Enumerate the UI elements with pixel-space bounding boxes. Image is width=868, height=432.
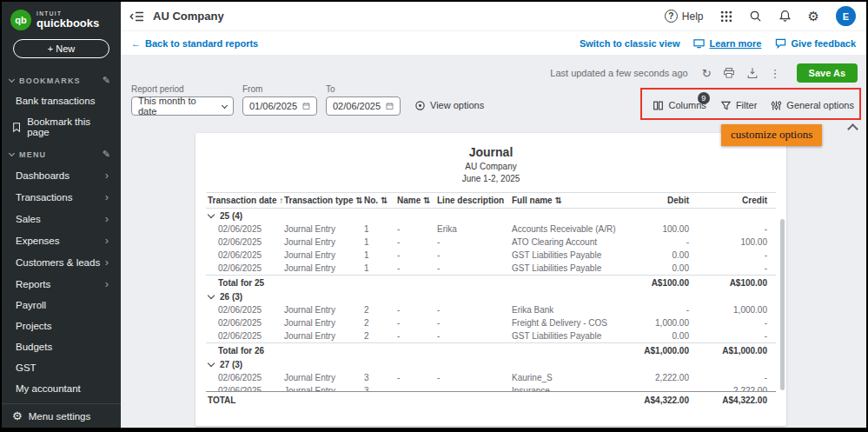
edit-menu-icon[interactable]: ✎ <box>103 149 110 160</box>
give-feedback-link[interactable]: Give feedback <box>775 38 856 49</box>
sidebar-item-my-accountant[interactable]: My accountant <box>2 378 121 399</box>
column-header-name[interactable]: Name ⇅ <box>395 196 435 205</box>
print-icon[interactable] <box>723 67 735 79</box>
columns-button[interactable]: Columns 9 <box>653 100 706 111</box>
cell-desc: - <box>435 250 510 260</box>
cell-type: Journal Entry <box>282 318 362 328</box>
refresh-icon[interactable]: ↻ <box>702 68 712 79</box>
column-header-transaction-type[interactable]: Transaction type ⇅ <box>282 196 362 205</box>
table-row[interactable]: 02/06/2025Journal Entry1-ErikaAccounts R… <box>206 223 776 236</box>
cell-no: 3 <box>362 386 395 391</box>
column-header-line-description[interactable]: Line description <box>435 196 510 205</box>
cell-full: GST Liabilities Payable <box>510 250 623 260</box>
subtotal-debit: A$1,000.00 <box>623 346 691 356</box>
table-row[interactable]: 02/06/2025Journal Entry3--Insurance-2,22… <box>206 384 776 391</box>
sidebar-item-expenses[interactable]: Expenses› <box>2 229 121 251</box>
collapse-report-chevron-icon[interactable] <box>847 123 858 135</box>
sidebar-item-sales[interactable]: Sales› <box>2 208 121 229</box>
sidebar-item-customers-leads[interactable]: Customers & leads› <box>2 251 121 273</box>
cell-no: 2 <box>362 318 395 328</box>
cell-name: - <box>395 318 435 328</box>
help-button[interactable]: ? Help <box>665 10 704 23</box>
switch-to-classic-view-link[interactable]: Switch to classic view <box>580 38 680 49</box>
sidebar-item-gst[interactable]: GST <box>2 357 121 378</box>
journal-table-body: 25 (4)02/06/2025Journal Entry1-ErikaAcco… <box>206 209 776 391</box>
subtotal-label: Total for 25 <box>206 278 623 288</box>
column-header-credit[interactable]: Credit <box>691 196 776 205</box>
bookmarks-section-header[interactable]: BOOKMARKS ✎ <box>2 69 121 90</box>
sidebar-item-transactions[interactable]: Transactions› <box>2 186 121 208</box>
menu-settings-button[interactable]: ⚙ Menu settings <box>2 403 121 428</box>
table-row[interactable]: 02/06/2025Journal Entry2--GST Liabilitie… <box>206 329 776 342</box>
column-header-full-name[interactable]: Full name ⇅ <box>510 196 623 205</box>
cell-desc: - <box>435 318 510 328</box>
cell-desc: - <box>435 373 510 382</box>
subtotal-debit: A$100.00 <box>623 278 691 288</box>
column-header-transaction-date[interactable]: Transaction date ↑ <box>206 196 282 205</box>
user-avatar[interactable]: E <box>836 6 856 26</box>
table-row[interactable]: 02/06/2025Journal Entry2--Erika Bank-1,0… <box>206 303 776 316</box>
cell-date: 02/06/2025 <box>206 250 282 260</box>
view-options-button[interactable]: View options <box>414 96 484 115</box>
cell-no: 1 <box>362 237 395 247</box>
cell-name: - <box>395 237 435 247</box>
to-date-input[interactable]: 02/06/2025 <box>326 96 401 116</box>
settings-gear-icon[interactable]: ⚙ <box>808 10 819 23</box>
more-options-icon[interactable]: ⋮ <box>770 68 781 79</box>
chevron-right-icon: › <box>105 235 109 246</box>
cell-date: 02/06/2025 <box>206 263 282 273</box>
chevron-down-icon <box>9 150 15 156</box>
table-row[interactable]: 02/06/2025Journal Entry1--ATO Clearing A… <box>206 236 776 249</box>
export-icon[interactable] <box>746 67 759 79</box>
group-row[interactable]: 27 (3) <box>206 357 776 371</box>
from-date-input[interactable]: 01/06/2025 <box>242 96 317 116</box>
report-scrollbar[interactable] <box>780 219 785 390</box>
table-row[interactable]: 02/06/2025Journal Entry2--Freight & Deli… <box>206 316 776 329</box>
notifications-bell-icon[interactable] <box>779 10 792 23</box>
bookmarks-header-label: BOOKMARKS <box>19 76 81 85</box>
save-as-button[interactable]: Save As <box>797 63 858 83</box>
back-arrow-icon: ← <box>131 38 141 49</box>
menu-section-header[interactable]: MENU ✎ <box>2 143 121 164</box>
new-button[interactable]: + New <box>13 39 109 58</box>
subtotal-credit: A$100.00 <box>691 278 776 288</box>
general-options-button[interactable]: General options <box>771 100 854 111</box>
filter-button[interactable]: Filter <box>720 100 757 111</box>
table-row[interactable]: 02/06/2025Journal Entry1--GST Liabilitie… <box>206 262 776 275</box>
sidebar-item-bookmark-this-page[interactable]: Bookmark this page <box>2 111 121 143</box>
cell-no: 2 <box>362 305 395 315</box>
group-row[interactable]: 26 (3) <box>206 289 776 303</box>
sidebar-item-budgets[interactable]: Budgets <box>2 336 121 357</box>
sidebar-item-label: Bank transactions <box>16 96 95 106</box>
screen-icon <box>693 38 705 49</box>
cell-name: - <box>395 373 435 382</box>
collapse-sidebar-icon[interactable] <box>129 10 144 23</box>
cell-full: ATO Clearing Account <box>510 237 623 247</box>
back-to-standard-reports-link[interactable]: ← Back to standard reports <box>131 38 258 49</box>
table-row[interactable]: 02/06/2025Journal Entry1--GST Liabilitie… <box>206 249 776 262</box>
sidebar-item-projects[interactable]: Projects <box>2 316 121 336</box>
report-title: Journal <box>195 133 786 159</box>
sidebar-item-dashboards[interactable]: Dashboards› <box>2 164 121 186</box>
grand-total-debit: A$4,322.00 <box>623 395 691 405</box>
cell-type: Journal Entry <box>282 250 362 260</box>
sidebar-item-reports[interactable]: Reports› <box>2 273 121 295</box>
learn-more-link[interactable]: Learn more <box>693 38 761 49</box>
edit-bookmarks-icon[interactable]: ✎ <box>103 75 110 86</box>
column-header-no-[interactable]: No. ⇅ <box>362 196 395 205</box>
chevron-down-icon <box>9 76 15 83</box>
sidebar-item-payroll[interactable]: Payroll <box>2 295 121 316</box>
sidebar-item-bank-transactions[interactable]: Bank transactions <box>2 90 121 111</box>
column-header-debit[interactable]: Debit <box>623 196 691 205</box>
report-period-select[interactable]: This month to date <box>131 96 234 116</box>
cell-credit: 100.00 <box>691 237 776 247</box>
table-row[interactable]: 02/06/2025Journal Entry3--Kaurine_S2,222… <box>206 371 776 384</box>
apps-grid-icon[interactable] <box>720 10 732 23</box>
group-row[interactable]: 25 (4) <box>206 209 776 223</box>
cell-type: Journal Entry <box>282 305 362 315</box>
cell-credit: 1,000.00 <box>691 305 776 315</box>
calendar-icon <box>302 101 310 111</box>
cell-type: Journal Entry <box>282 224 362 234</box>
search-icon[interactable] <box>749 10 762 23</box>
help-icon: ? <box>665 10 678 23</box>
